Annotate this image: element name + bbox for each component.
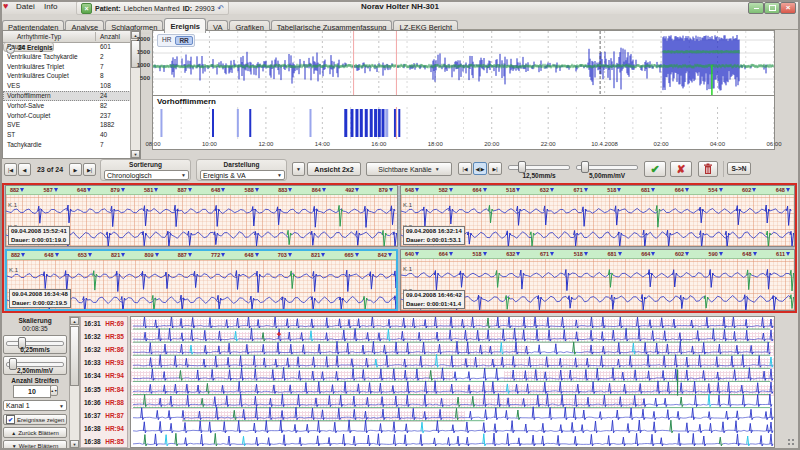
- table-row[interactable]: Ventrikuläres Couplet8: [3, 71, 131, 81]
- show-events-checkbox[interactable]: ✔ Ereignisse zeigen: [3, 414, 67, 425]
- strips-count-spinner[interactable]: 10 ▲▼: [3, 385, 67, 397]
- af-event-strip[interactable]: [153, 107, 774, 139]
- rr-value-chip: 554: [708, 187, 722, 193]
- display-dropdown[interactable]: Ereignis & VA▼: [200, 170, 285, 180]
- gain-slider[interactable]: 5,00mm/mV: [576, 161, 638, 181]
- table-row[interactable]: Tachykardie7: [3, 140, 131, 150]
- rr-value-chip: 632: [540, 187, 554, 193]
- rr-value-chip: 588: [245, 187, 259, 193]
- rr-value-chip: 518: [574, 251, 588, 257]
- page-center-button[interactable]: ◀|▶: [473, 162, 487, 175]
- table-row[interactable]: Vorhof-Couplet237: [3, 111, 131, 121]
- x-tick-label: 20:00: [475, 141, 509, 147]
- delete-trash-icon[interactable]: [698, 161, 718, 177]
- table-row[interactable]: SVE1882: [3, 120, 131, 130]
- rr-value-chip: 882: [10, 187, 24, 193]
- close-patient-icon[interactable]: ×: [81, 3, 92, 14]
- sidebar-scrollbar[interactable]: ▲ ▼: [69, 316, 80, 449]
- gain-value: 5,00mm/mV: [576, 172, 638, 179]
- table-row[interactable]: ST40: [3, 130, 131, 140]
- page-last-button[interactable]: ▶|: [488, 162, 502, 175]
- sn-button[interactable]: S->N: [727, 162, 751, 175]
- event-strip-panel: 882587648879581887648588883864492879K.1K…: [2, 183, 797, 313]
- table-row[interactable]: Vorhofflimmern24: [3, 91, 131, 101]
- strip-list-row[interactable]: 16:38HR:94: [81, 422, 127, 435]
- event-quadrant[interactable]: 882648653821809887772648703821665842K.1K…: [5, 249, 398, 311]
- id-label: ID:: [183, 5, 192, 12]
- y-tick-label: 1500: [135, 49, 150, 55]
- ecg-strip-view[interactable]: [130, 316, 775, 448]
- channel-1-label: K.1: [8, 202, 17, 208]
- rr-value-chip: 882: [11, 252, 25, 258]
- patient-name: Liebchen Manfred: [124, 5, 180, 12]
- spinner-arrows-icon[interactable]: ▲▼: [50, 385, 58, 396]
- page-first-button[interactable]: |◀: [458, 162, 472, 175]
- strip-list-row[interactable]: 16:33HR:93: [81, 356, 127, 369]
- strip-list-row[interactable]: 16:36HR:88: [81, 396, 127, 409]
- x-tick-label: 06:00: [757, 141, 791, 147]
- event-position: 23 of 24: [32, 166, 68, 173]
- last-event-button[interactable]: ▶|: [83, 163, 96, 176]
- scroll-forward-button[interactable]: ▼ Weiter Blättern: [3, 440, 67, 450]
- tab-ereignis[interactable]: Ereignis: [164, 18, 206, 33]
- col-arrhythmie-typ[interactable]: Arrhythmie-Typ: [17, 33, 61, 40]
- strip-list-row[interactable]: 16:38HR:85: [81, 435, 127, 448]
- table-row[interactable]: VES108: [3, 81, 131, 91]
- first-event-button[interactable]: |◀: [4, 163, 17, 176]
- rr-value-chip: 587: [44, 187, 58, 193]
- resize-grip[interactable]: [787, 438, 796, 447]
- table-row[interactable]: Ventrikuläre Tachykardie2: [3, 52, 131, 62]
- event-quadrant[interactable]: 648582664518632671518681664554602648K.1K…: [400, 185, 795, 247]
- strip-list-row[interactable]: 16:32HR:86: [81, 343, 127, 356]
- view-menu-button[interactable]: ▼: [292, 162, 305, 176]
- rr-value-chip: 809: [144, 252, 158, 258]
- minimize-button[interactable]: [748, 2, 764, 14]
- rr-value-chip: 648: [244, 252, 258, 258]
- visible-channels-button[interactable]: Sichtbare Kanäle▼: [366, 162, 452, 176]
- titlebar: ♥ Datei Info Norav Holter NH-301 × Patie…: [0, 0, 800, 14]
- table-row[interactable]: Vorhof-Salve82: [3, 101, 131, 111]
- speed-slider-bottom[interactable]: 6,25mm/s: [3, 335, 67, 354]
- accept-check-icon[interactable]: ✔: [644, 161, 666, 177]
- x-tick-label: 10.4.2008: [588, 141, 622, 147]
- prev-event-button[interactable]: ◀: [18, 163, 31, 176]
- view-2x2-button[interactable]: Ansicht 2x2: [307, 162, 361, 176]
- reject-x-icon[interactable]: ✘: [670, 161, 692, 177]
- arrhythmia-table: Arrhythmie-Typ Anzahl ▲24 EreignisPause6…: [2, 30, 141, 159]
- x-tick-label: 04:00: [701, 141, 735, 147]
- strip-list-row[interactable]: 16:31HR:69: [81, 317, 127, 330]
- channel-dropdown[interactable]: Kanal 1▼: [3, 400, 67, 411]
- strip-list-row[interactable]: 16:37HR:87: [81, 409, 127, 422]
- event-timestamp: 09.04.2008 16:34:48Dauer: 0:00:02:19.5: [9, 289, 71, 308]
- sort-label: Sortierung: [101, 161, 190, 168]
- strip-list-row[interactable]: 16:34HR:94: [81, 369, 127, 382]
- table-row[interactable]: Ventrikuläres Triplet7: [3, 62, 131, 72]
- speed-slider[interactable]: 12,50mm/s: [508, 161, 570, 181]
- event-toolbar: |◀ ◀ 23 of 24 ▶ ▶| Sortierung Chronologi…: [0, 158, 800, 183]
- x-tick-label: 16:00: [362, 141, 396, 147]
- y-tick-label: 500: [135, 75, 150, 81]
- next-event-button[interactable]: ▶: [69, 163, 82, 176]
- strip-time-list: 16:31HR:6916:32HR:8516:32HR:8616:33HR:93…: [80, 316, 128, 448]
- hr-toggle-button[interactable]: HR: [159, 36, 174, 45]
- rr-value-chip: 671: [574, 187, 588, 193]
- rr-value-chip: 611: [776, 251, 790, 257]
- gain-slider-bottom[interactable]: 2,50mm/mV: [3, 356, 67, 375]
- event-quadrant[interactable]: 640664518632671518681664602590648611K.1K…: [400, 249, 795, 311]
- down-triangle-icon: ▼: [12, 443, 17, 449]
- strip-list-row[interactable]: 16:32HR:85: [81, 330, 127, 343]
- rr-toggle-button[interactable]: RR: [175, 36, 192, 45]
- event-quadrant[interactable]: 882587648879581887648588883864492879K.1K…: [5, 185, 398, 247]
- col-anzahl[interactable]: Anzahl: [100, 33, 120, 40]
- restore-button[interactable]: [764, 2, 780, 14]
- strip-list-row[interactable]: 16:35HR:84: [81, 382, 127, 395]
- table-row[interactable]: Pause601: [3, 42, 131, 52]
- chart-panel: HR RR Vorhofflimmern 08:0010:0012:0014:0…: [152, 30, 775, 150]
- patient-label: Patient:: [95, 5, 121, 12]
- undo-icon[interactable]: ↶: [218, 4, 225, 13]
- rr-trend-chart[interactable]: [153, 31, 774, 95]
- scroll-back-button[interactable]: ▲ Zurück Blättern: [3, 427, 67, 438]
- sort-dropdown[interactable]: Chronologisch▼: [104, 170, 189, 180]
- rr-value-chip: 640: [405, 251, 419, 257]
- close-button[interactable]: ×: [780, 2, 796, 14]
